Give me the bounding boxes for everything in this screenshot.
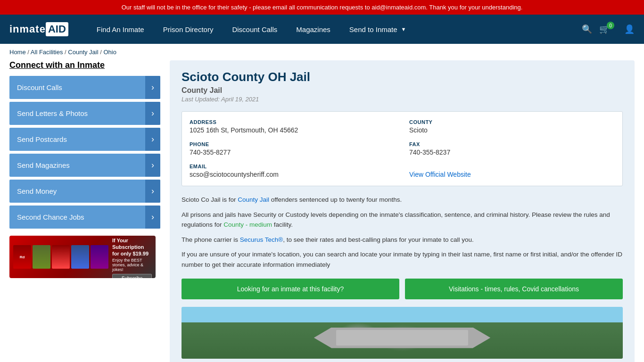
cart-button[interactable]: 🛒 0 [599,24,617,34]
address-label: ADDRESS [190,119,395,125]
facility-panel: Scioto County OH Jail County Jail Last U… [170,60,635,362]
breadcrumb-county-jail[interactable]: County Jail [68,49,98,56]
website-item: View Official Website [409,164,615,178]
facility-desc-4: If you are unsure of your inmate's locat… [182,249,623,270]
ad-book-3 [52,245,70,269]
find-inmate-button[interactable]: Looking for an inmate at this facility? [182,279,399,299]
phone-label: PHONE [190,141,395,147]
county-value: Scioto [409,126,615,134]
user-button[interactable]: 👤 [624,24,635,34]
visitations-button[interactable]: Visitations - times, rules, Covid cancel… [405,279,623,299]
phone-item: PHONE 740-355-8277 [190,141,395,156]
search-button[interactable]: 🔍 [582,24,592,34]
ad-book-4 [71,245,89,269]
sidebar-title: Connect with an Inmate [9,60,160,70]
search-icon: 🔍 [582,24,592,34]
facility-image [182,307,623,359]
action-buttons: Looking for an inmate at this facility? … [182,279,623,299]
breadcrumb-all-facilities[interactable]: All Facilities [31,49,63,56]
logo[interactable]: inmateAID [9,22,68,36]
aerial-image [182,307,623,359]
county-label: COUNTY [409,119,615,125]
facility-name: Scioto County OH Jail [182,70,623,84]
user-icon: 👤 [624,24,635,34]
logo-aid: AID [46,22,68,36]
ad-book-covers: Rd [13,245,108,269]
ad-banner[interactable]: Rd Rd If Your Subscription for only $19.… [9,236,156,278]
sidebar-send-money[interactable]: Send Money › [9,180,160,203]
county-medium-link[interactable]: County - medium [223,221,272,228]
main-nav: inmateAID Find An Inmate Prison Director… [0,15,644,44]
nav-links: Find An Inmate Prison Directory Discount… [87,15,582,44]
info-grid: ADDRESS 1025 16th St, Portsmouth, OH 456… [182,111,623,186]
sidebar-send-magazines[interactable]: Send Magazines › [9,154,160,177]
sidebar-second-chance-jobs[interactable]: Second Chance Jobs › [9,206,160,229]
ad-headline: If Your Subscription for only $19.99 [112,237,152,257]
facility-desc-1: Scioto Co Jail is for County Jail offend… [182,195,623,205]
chevron-right-icon: › [145,180,160,203]
county-item: COUNTY Scioto [409,119,615,134]
ad-sub: Enjoy the BEST stories, advice & jokes! [112,258,152,272]
email-item: EMAIL scso@sciotocountysheriff.com [190,164,395,178]
fax-value: 740-355-8237 [409,148,615,156]
fax-item: FAX 740-355-8237 [409,141,615,156]
email-value: scso@sciotocountysheriff.com [190,171,395,178]
website-link[interactable]: View Official Website [409,171,471,178]
ad-book-2 [33,245,50,269]
ad-book-5 [91,245,108,269]
breadcrumb: Home / All Facilities / County Jail / Oh… [0,44,644,60]
nav-magazines[interactable]: Magazines [287,15,340,44]
cart-count: 0 [607,22,614,29]
fax-label: FAX [409,141,615,147]
nav-discount-calls[interactable]: Discount Calls [223,15,287,44]
ad-book-1: Rd [13,245,31,269]
chevron-right-icon: › [145,76,160,99]
sidebar-discount-calls[interactable]: Discount Calls › [9,76,160,99]
nav-icons: 🔍 🛒 0 👤 [582,24,635,34]
nav-find-inmate[interactable]: Find An Inmate [87,15,154,44]
ad-text-area: Rd If Your Subscription for only $19.99 … [112,236,152,278]
chevron-right-icon: › [145,102,160,125]
address-value: 1025 16th St, Portsmouth, OH 45662 [190,126,395,134]
facility-desc-2: All prisons and jails have Security or C… [182,210,623,230]
email-label: EMAIL [190,164,395,169]
chevron-down-icon: ▼ [401,26,406,32]
main-content: Connect with an Inmate Discount Calls › … [0,60,644,362]
website-spacer [409,164,615,169]
chevron-right-icon: › [145,128,160,151]
facility-updated: Last Updated: April 19, 2021 [182,96,623,103]
breadcrumb-home[interactable]: Home [9,49,26,56]
facility-desc-3: The phone carrier is Securus Tech®, to s… [182,235,623,245]
logo-inmate: inmate [9,23,46,35]
nav-prison-directory[interactable]: Prison Directory [154,15,223,44]
nav-send-to-inmate[interactable]: Send to Inmate ▼ [340,15,416,44]
alert-bar: Our staff will not be in the office for … [0,0,644,15]
sidebar-send-letters[interactable]: Send Letters & Photos › [9,102,160,125]
county-jail-link[interactable]: County Jail [238,196,269,203]
chevron-right-icon: › [145,206,160,229]
phone-value: 740-355-8277 [190,148,395,156]
alert-text: Our staff will not be in the office for … [122,4,523,11]
ad-subscribe-button[interactable]: Subscribe Now [112,274,152,278]
sidebar-send-postcards[interactable]: Send Postcards › [9,128,160,151]
breadcrumb-ohio[interactable]: Ohio [103,49,116,56]
address-item: ADDRESS 1025 16th St, Portsmouth, OH 456… [190,119,395,134]
securus-link[interactable]: Securus Tech® [240,236,283,243]
facility-type: County Jail [182,86,623,95]
sidebar: Connect with an Inmate Discount Calls › … [9,60,160,278]
chevron-right-icon: › [145,154,160,177]
